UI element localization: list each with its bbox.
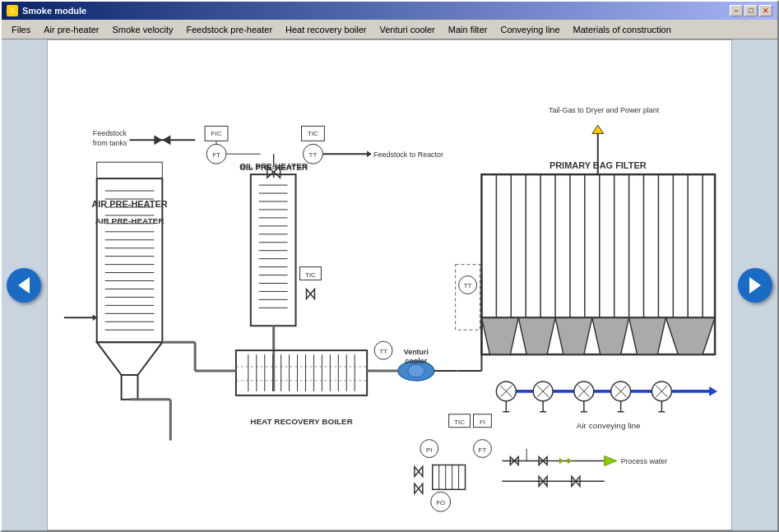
- venturi-cooler-label: Venturi: [404, 348, 429, 356]
- svg-text:FO: FO: [436, 499, 445, 507]
- menu-files[interactable]: Files: [5, 23, 37, 36]
- title-bar-left: S Smoke module: [7, 5, 86, 16]
- menu-venturi-cooler[interactable]: Venturi cooler: [373, 23, 441, 36]
- menu-heat-recovery-boiler[interactable]: Heat recovery boiler: [279, 23, 373, 36]
- main-content: Smoke gas system: [2, 39, 777, 530]
- air-conveying-label: Air conveying line: [577, 421, 641, 430]
- left-arrow-icon: [18, 277, 30, 294]
- tail-gas-label: Tail-Gas to Dryer and Power plant: [549, 107, 660, 115]
- app-icon: S: [7, 5, 18, 16]
- feedstock-to-reactor: Feedstock to Reactor: [373, 150, 443, 159]
- svg-text:TIC: TIC: [308, 130, 318, 137]
- svg-text:TIC: TIC: [305, 271, 316, 279]
- feedstock-label: Feedstock: [93, 129, 128, 137]
- oil-preheater-label: OIL PRE-HEATER: [239, 161, 308, 170]
- nav-forward-button[interactable]: [738, 268, 772, 303]
- process-diagram: AIR PRE-HEATER AIR PRE-HEATER Feedstock …: [48, 40, 731, 530]
- menu-air-preheater[interactable]: Air pre-heater: [37, 23, 105, 36]
- svg-text:FI: FI: [480, 419, 485, 426]
- venturi-cooler-label2: cooler: [405, 357, 427, 365]
- feedstock-label2: from tanks: [93, 139, 128, 147]
- process-water-label: Process water: [621, 457, 668, 465]
- menu-bar: Files Air pre-heater Smoke velocity Feed…: [2, 20, 777, 39]
- minimize-button[interactable]: −: [730, 5, 743, 16]
- diagram-area: Smoke gas system: [47, 39, 732, 530]
- title-bar: S Smoke module − □ ✕: [2, 2, 777, 20]
- svg-text:PI: PI: [426, 446, 433, 454]
- svg-text:FIC: FIC: [211, 130, 222, 137]
- menu-feedstock-preheater[interactable]: Feedstock pre-heater: [179, 23, 279, 36]
- svg-text:AIR PRE-HEATER: AIR PRE-HEATER: [91, 199, 167, 209]
- nav-back-button[interactable]: [7, 268, 41, 303]
- close-button[interactable]: ✕: [759, 5, 772, 16]
- menu-smoke-velocity[interactable]: Smoke velocity: [106, 23, 180, 36]
- svg-text:TT: TT: [379, 348, 387, 355]
- heat-recovery-boiler-label: HEAT RECOVERY BOILER: [250, 417, 353, 426]
- maximize-button[interactable]: □: [744, 5, 758, 16]
- title-buttons: − □ ✕: [730, 5, 772, 16]
- svg-text:FT: FT: [212, 151, 220, 159]
- right-arrow-icon: [749, 277, 761, 294]
- svg-text:FT: FT: [479, 446, 487, 454]
- svg-text:TIC: TIC: [454, 419, 465, 426]
- svg-text:TT: TT: [464, 282, 472, 289]
- svg-text:TT: TT: [309, 151, 318, 159]
- menu-conveying-line[interactable]: Conveying line: [494, 23, 566, 36]
- main-window: S Smoke module − □ ✕ Files Air pre-heate…: [0, 0, 779, 532]
- window-title: Smoke module: [22, 6, 86, 16]
- air-preheater-label: AIR PRE-HEATER: [95, 216, 165, 225]
- menu-main-filter[interactable]: Main filter: [442, 23, 494, 36]
- menu-materials[interactable]: Materials of construction: [567, 23, 678, 36]
- svg-point-86: [408, 364, 424, 377]
